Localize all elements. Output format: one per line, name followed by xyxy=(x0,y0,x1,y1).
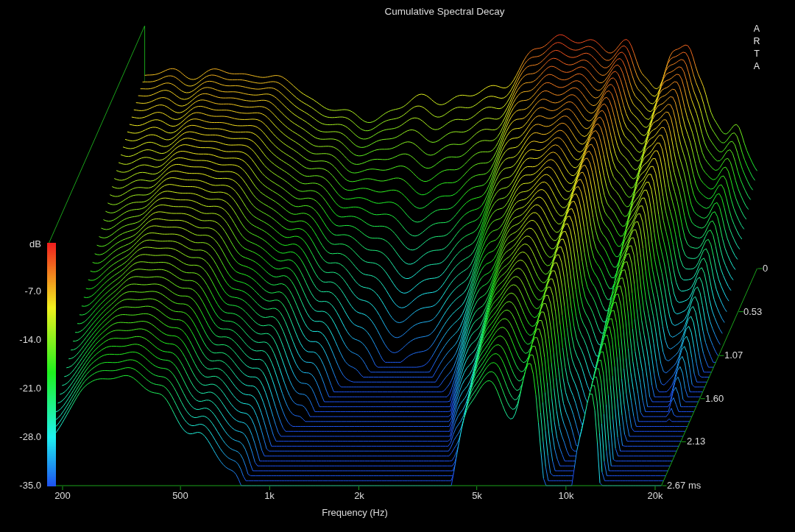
x-axis-title: Frequency (Hz) xyxy=(322,507,388,519)
arta-letter: T xyxy=(754,49,760,59)
csd-waterfall-canvas xyxy=(0,0,795,532)
freq-tick-label: 5k xyxy=(461,490,493,502)
freq-tick-label: 500 xyxy=(164,490,197,502)
freq-tick-label: 10k xyxy=(550,490,582,502)
freq-tick-label: 1k xyxy=(253,490,286,502)
db-tick-label: -21.0 xyxy=(7,383,41,394)
freq-tick-label: 20k xyxy=(639,490,671,502)
arta-letter: R xyxy=(753,36,760,46)
arta-letter: A xyxy=(754,61,760,71)
time-tick-label: 1.07 xyxy=(724,350,743,361)
db-axis-unit-label: dB xyxy=(7,238,41,250)
chart-title: Cumulative Spectral Decay xyxy=(385,6,505,18)
db-tick-label: -35.0 xyxy=(7,480,41,492)
time-tick-label: 0 xyxy=(763,263,768,274)
arta-letter: A xyxy=(754,24,760,34)
db-tick-label: -14.0 xyxy=(7,334,41,346)
time-tick-label: 1.60 xyxy=(705,393,724,405)
csd-plot-window: Cumulative Spectral Decay A R T A dB -7.… xyxy=(0,0,795,532)
time-tick-label: 0.53 xyxy=(743,306,762,318)
time-tick-label: 2.67 ms xyxy=(667,480,701,492)
db-tick-label: -7.0 xyxy=(7,285,41,297)
freq-tick-label: 2k xyxy=(343,490,375,502)
arta-watermark: A R T A xyxy=(752,24,762,71)
freq-tick-label: 200 xyxy=(46,490,79,502)
db-tick-label: -28.0 xyxy=(7,431,41,443)
time-tick-label: 2.13 xyxy=(687,436,705,447)
